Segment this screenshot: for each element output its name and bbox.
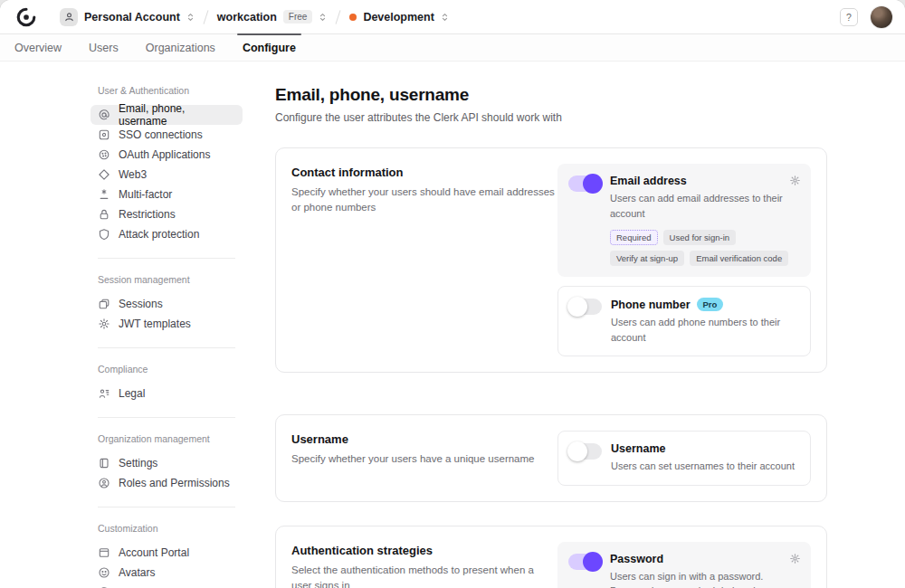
sidebar-item-web3[interactable]: Web3 <box>90 165 243 185</box>
sidebar-item-multi-factor[interactable]: Multi-factor <box>90 185 243 204</box>
sidebar-item-label: Legal <box>119 387 145 400</box>
panel-title: Phone number <box>611 299 691 311</box>
clerk-logo-icon[interactable] <box>16 7 36 27</box>
browser-window-icon <box>98 546 110 559</box>
sidebar-section-label: User & Authentication <box>98 85 261 96</box>
environment-dot-icon <box>349 14 357 21</box>
sidebar-section-label: Organization management <box>98 433 261 444</box>
sidebar-item-label: OAuth Applications <box>119 148 210 161</box>
account-name: Personal Account <box>84 11 180 24</box>
sidebar-item-org-settings[interactable]: Settings <box>90 453 243 473</box>
tab-configure-label: Configure <box>243 42 296 54</box>
configure-sidebar: User & Authentication Email, phone, user… <box>90 85 261 588</box>
sidebar-divider <box>98 258 235 259</box>
badge-email-verification-code: Email verification code <box>690 251 788 266</box>
sidebar-item-sessions[interactable]: Sessions <box>90 294 243 314</box>
sidebar-item-label: Web3 <box>119 168 147 181</box>
sidebar-item-label: Avatars <box>119 566 155 579</box>
help-button[interactable]: ? <box>840 8 858 26</box>
page-title: Email, phone, username <box>275 85 831 105</box>
card-title: Authentication strategies <box>291 544 556 557</box>
sidebar-item-label: Sessions <box>119 298 163 310</box>
password-toggle[interactable] <box>568 554 601 570</box>
toggle-knob <box>583 552 603 572</box>
username-card: Username Specify whether your users have… <box>275 414 827 502</box>
panel-title: Password <box>610 553 663 565</box>
gear-icon <box>98 318 110 330</box>
panel-description: Users can sign in with a password. Passw… <box>610 569 800 588</box>
breadcrumb-application[interactable]: workcation Free <box>217 10 328 24</box>
panel-description: Users can add email addresses to their a… <box>610 191 800 221</box>
sidebar-item-label: Attack protection <box>119 228 199 241</box>
person-circle-icon <box>98 477 110 489</box>
breadcrumb-environment[interactable]: Development <box>349 11 449 24</box>
sidebar-item-label: SSO connections <box>119 128 203 141</box>
email-settings-gear-icon[interactable] <box>789 174 801 190</box>
card-description: Specify whether your users should have e… <box>291 185 556 216</box>
asterisk-icon <box>98 188 110 201</box>
password-panel: Password Users can sign in with a passwo… <box>557 542 811 588</box>
sidebar-item-roles-permissions[interactable]: Roles and Permissions <box>90 473 243 493</box>
breadcrumb-account[interactable]: Personal Account <box>60 8 195 26</box>
person-document-icon <box>98 387 110 400</box>
page-subtitle: Configure the user attributes the Clerk … <box>275 111 831 124</box>
card-description: Select the authentication methods to pre… <box>291 563 556 588</box>
tab-organizations[interactable]: Organizations <box>144 35 217 61</box>
email-address-toggle[interactable] <box>568 175 601 192</box>
notebook-icon <box>98 457 110 469</box>
panel-title: Username <box>611 442 665 455</box>
sidebar-item-restrictions[interactable]: Restrictions <box>90 204 243 224</box>
tab-configure[interactable]: Configure <box>241 35 298 61</box>
breadcrumb-divider <box>336 10 341 24</box>
sidebar-divider <box>98 507 235 507</box>
sidebar-item-sso-connections[interactable]: SSO connections <box>90 125 243 145</box>
sidebar-divider <box>98 417 235 418</box>
toggle-knob <box>583 174 603 194</box>
contact-information-card: Contact information Specify whether your… <box>275 147 827 373</box>
account-avatar-icon <box>60 8 78 26</box>
badge-verify-at-sign-up: Verify at sign-up <box>610 251 684 266</box>
sidebar-section-label: Session management <box>98 274 261 285</box>
panel-description: Users can add phone numbers to their acc… <box>611 315 799 345</box>
cookie-icon <box>98 148 110 161</box>
password-settings-gear-icon[interactable] <box>789 552 801 568</box>
sidebar-item-label: Roles and Permissions <box>119 477 230 489</box>
sidebar-divider <box>98 347 235 348</box>
card-title: Username <box>291 432 556 446</box>
sidebar-item-legal[interactable]: Legal <box>90 384 243 403</box>
sidebar-item-label: Multi-factor <box>119 188 172 201</box>
chevron-updown-icon <box>441 12 449 23</box>
chevron-updown-icon <box>319 12 327 23</box>
sidebar-item-label: Restrictions <box>119 208 176 221</box>
main-tabs: Overview Users Organizations Configure <box>0 34 905 62</box>
phone-number-panel: Phone number Pro Users can add phone num… <box>557 286 811 356</box>
toggle-knob <box>567 441 587 461</box>
app-window: Personal Account workcation Free Develop… <box>0 0 905 588</box>
sidebar-item-account-portal[interactable]: Account Portal <box>90 543 243 563</box>
sidebar-item-emails[interactable]: Emails <box>90 583 243 588</box>
phone-number-toggle[interactable] <box>569 299 602 315</box>
tab-overview[interactable]: Overview <box>13 35 63 61</box>
panel-title: Email address <box>610 175 687 187</box>
sidebar-item-avatars[interactable]: Avatars <box>90 563 243 583</box>
plan-badge: Free <box>283 10 313 24</box>
sidebar-item-attack-protection[interactable]: Attack protection <box>90 224 243 244</box>
badge-used-for-sign-in: Used for sign-in <box>663 230 737 245</box>
username-toggle[interactable] <box>569 443 602 460</box>
environment-name: Development <box>363 11 434 24</box>
sidebar-item-oauth-applications[interactable]: OAuth Applications <box>90 145 243 165</box>
card-title: Contact information <box>291 166 556 179</box>
sidebar-item-email-phone-username[interactable]: Email, phone, username <box>90 105 243 125</box>
breadcrumb-divider <box>203 10 208 24</box>
pro-badge: Pro <box>697 298 724 311</box>
toggle-knob <box>567 297 587 317</box>
email-address-panel: Email address Users can add email addres… <box>557 164 811 277</box>
tab-users[interactable]: Users <box>87 35 120 61</box>
application-name: workcation <box>217 11 277 24</box>
sidebar-section-label: Customization <box>98 523 261 534</box>
stacked-cards-icon <box>98 298 110 310</box>
user-avatar[interactable] <box>871 6 892 28</box>
sidebar-item-jwt-templates[interactable]: JWT templates <box>90 314 243 334</box>
face-circle-icon <box>98 566 110 579</box>
sidebar-item-label: Account Portal <box>119 546 189 559</box>
